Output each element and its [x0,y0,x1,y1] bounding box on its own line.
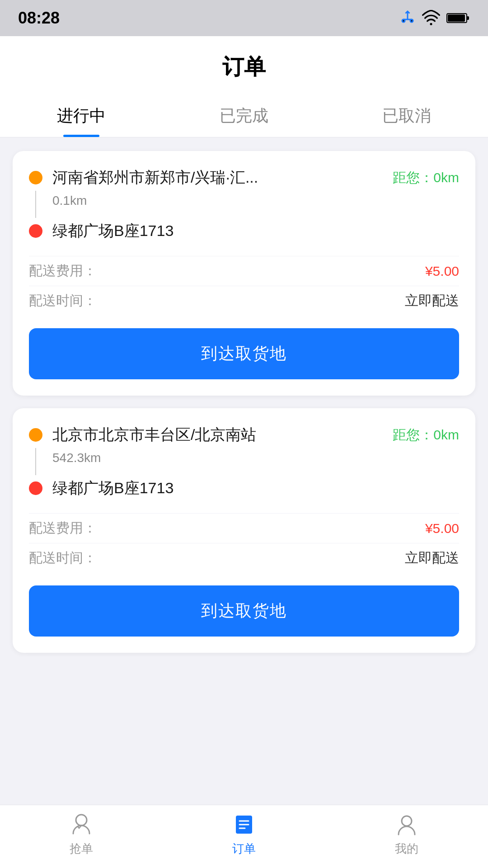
status-time: 08:28 [18,9,60,28]
status-bar: 08:28 [0,0,488,36]
bottom-nav: 抢单 订单 我的 [0,805,488,868]
order-card-1: 河南省郑州市新郑市/兴瑞·汇... 距您：0km 0.1km 绿都广场B座171… [13,151,475,396]
route-distance-label-1: 0.1km [52,191,87,208]
nav-label-mine: 我的 [395,841,418,857]
header: 订单 进行中 已完成 已取消 [0,36,488,137]
svg-point-8 [76,815,87,826]
fee-value-2: ¥5.00 [425,521,459,536]
time-row-2: 配送时间： 立即配送 [29,543,459,573]
usb-icon [399,10,416,26]
arrive-pickup-button-1[interactable]: 到达取货地 [29,328,459,379]
delivery-row-1: 绿都广场B座1713 [29,221,459,241]
connector-line-2 [35,448,36,475]
tab-cancelled[interactable]: 已取消 [325,92,488,137]
battery-icon [446,10,470,26]
delivery-dot-1 [29,224,42,238]
nav-label-orders: 订单 [232,841,256,857]
nav-label-grab: 抢单 [70,841,93,857]
wifi-icon [422,10,440,26]
connector-line-wrapper-1 [29,191,42,218]
time-label-2: 配送时间： [29,549,97,567]
tabs: 进行中 已完成 已取消 [0,92,488,137]
svg-point-4 [430,23,432,25]
orders-icon [231,812,257,837]
svg-rect-7 [448,14,465,22]
delivery-address-1: 绿都广场B座1713 [52,221,459,241]
route-connector-2: 542.3km [29,448,459,475]
time-value-2: 立即配送 [405,549,459,567]
delivery-address-2: 绿都广场B座1713 [52,478,459,499]
nav-item-orders[interactable]: 订单 [163,812,325,861]
grab-icon [69,812,94,837]
connector-line-wrapper-2 [29,448,42,475]
fee-row-1: 配送费用： ¥5.00 [29,256,459,286]
route-2: 北京市北京市丰台区/北京南站 距您：0km 542.3km 绿都广场B座1713 [29,425,459,499]
svg-point-13 [402,816,412,826]
route-1: 河南省郑州市新郑市/兴瑞·汇... 距您：0km 0.1km 绿都广场B座171… [29,167,459,241]
delivery-dot-2 [29,481,42,495]
tab-completed[interactable]: 已完成 [163,92,325,137]
route-distance-label-2: 542.3km [52,448,101,465]
nav-item-mine[interactable]: 我的 [325,812,488,861]
pickup-address-2: 北京市北京市丰台区/北京南站 [52,425,383,445]
time-value-1: 立即配送 [405,292,459,310]
nav-item-grab[interactable]: 抢单 [0,812,163,861]
page-title: 订单 [0,52,488,92]
pickup-row-1: 河南省郑州市新郑市/兴瑞·汇... 距您：0km [29,167,459,188]
pickup-distance-badge-2: 距您：0km [393,426,459,444]
fee-value-1: ¥5.00 [425,264,459,279]
time-row-1: 配送时间： 立即配送 [29,286,459,316]
mine-icon [394,812,419,837]
arrive-pickup-button-2[interactable]: 到达取货地 [29,585,459,637]
pickup-distance-badge-1: 距您：0km [393,169,459,187]
order-list: 河南省郑州市新郑市/兴瑞·汇... 距您：0km 0.1km 绿都广场B座171… [0,137,488,751]
fee-label-1: 配送费用： [29,262,97,280]
svg-rect-6 [467,16,469,20]
tab-ongoing[interactable]: 进行中 [0,92,163,137]
time-label-1: 配送时间： [29,292,97,310]
fee-label-2: 配送费用： [29,519,97,538]
route-connector-1: 0.1km [29,191,459,218]
pickup-dot-2 [29,428,42,442]
pickup-address-1: 河南省郑州市新郑市/兴瑞·汇... [52,167,383,188]
delivery-row-2: 绿都广场B座1713 [29,478,459,499]
status-icons [399,10,470,26]
pickup-dot-1 [29,171,42,184]
connector-line-1 [35,191,36,218]
order-card-2: 北京市北京市丰台区/北京南站 距您：0km 542.3km 绿都广场B座1713… [13,408,475,653]
pickup-row-2: 北京市北京市丰台区/北京南站 距您：0km [29,425,459,445]
fee-row-2: 配送费用： ¥5.00 [29,513,459,543]
